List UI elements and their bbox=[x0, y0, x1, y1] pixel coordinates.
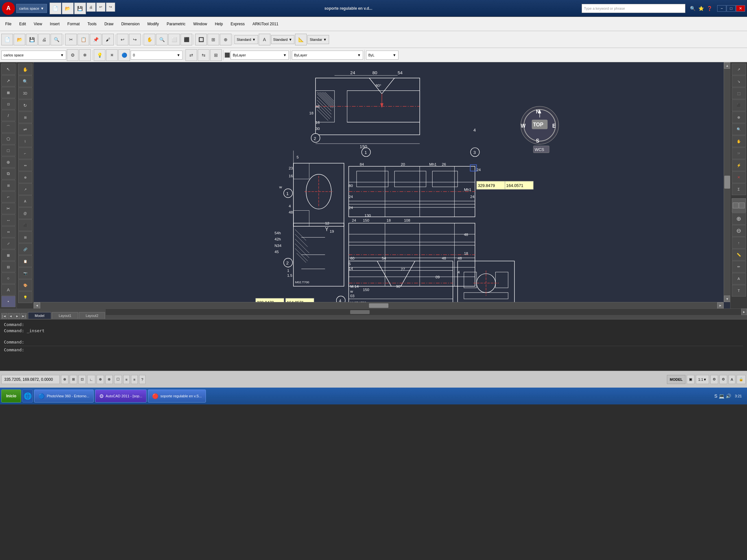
lineweight-dropdown[interactable]: ByL ▼ bbox=[366, 51, 398, 60]
command-input[interactable] bbox=[24, 347, 743, 352]
menu-window[interactable]: Window bbox=[189, 17, 211, 31]
style-dropdown2[interactable]: Standard ▼ bbox=[271, 35, 295, 44]
osnap-btn[interactable]: ⊕ bbox=[97, 375, 104, 384]
rt-view-grid[interactable] bbox=[732, 198, 746, 213]
menu-modify[interactable]: Modify bbox=[144, 17, 163, 31]
tb-copy[interactable]: 📋 bbox=[77, 34, 89, 45]
tb-transfer2[interactable]: ⇆ bbox=[198, 49, 209, 61]
color-swatch[interactable] bbox=[225, 53, 230, 58]
rt-zoom3[interactable]: 🔍 bbox=[732, 124, 746, 135]
h-scrollbar[interactable]: ◄ ► bbox=[34, 302, 724, 309]
rt-light2[interactable]: ⚡ bbox=[732, 159, 746, 171]
menu-file[interactable]: File bbox=[1, 17, 15, 31]
toolbar-redo[interactable]: ↪ bbox=[106, 3, 115, 12]
tb-save[interactable]: 💾 bbox=[26, 34, 37, 45]
rt-sum[interactable]: Σ bbox=[732, 183, 746, 195]
tool-circle[interactable]: ○ bbox=[1, 272, 16, 284]
rt-text3[interactable]: T bbox=[732, 285, 746, 296]
autocad-logo[interactable]: A bbox=[2, 2, 15, 15]
qp-btn[interactable]: ? bbox=[139, 375, 146, 384]
tool-stretch[interactable]: ⇔ bbox=[1, 226, 16, 238]
ie-icon[interactable]: 🌐 bbox=[22, 390, 33, 402]
menu-draw[interactable]: Draw bbox=[101, 17, 118, 31]
rt-text2[interactable]: A bbox=[732, 273, 746, 285]
tool-fillet[interactable]: ⌐ bbox=[1, 191, 16, 203]
scroll-thumb-h[interactable] bbox=[369, 303, 388, 308]
help-icon[interactable]: 🔍 bbox=[689, 4, 696, 12]
tab-scroll-right[interactable]: ► bbox=[741, 309, 747, 315]
tool-move[interactable]: ⊕ bbox=[1, 157, 16, 168]
tab-layout2[interactable]: Layout2 bbox=[79, 312, 105, 319]
tool-leader[interactable]: ↗ bbox=[18, 183, 32, 195]
ducs-btn[interactable]: ☐ bbox=[114, 375, 122, 384]
tray-icon-3[interactable]: 🔊 bbox=[726, 394, 731, 399]
polar-btn[interactable]: ∟ bbox=[87, 375, 95, 384]
tool-array[interactable]: ⊞ bbox=[18, 111, 32, 123]
tool-mirror2[interactable]: ⇌ bbox=[18, 124, 32, 135]
tool-offset[interactable]: ⊞ bbox=[1, 180, 16, 191]
tool-select[interactable]: ↖ bbox=[1, 63, 16, 75]
tool-properties[interactable]: 📋 bbox=[18, 256, 32, 267]
toolbar-save[interactable]: 💾 bbox=[74, 3, 86, 14]
tb-zoom[interactable]: 🔍 bbox=[156, 34, 168, 45]
rt-arrow-ne[interactable]: ↗ bbox=[732, 63, 746, 75]
tb-cut[interactable]: ✂ bbox=[65, 34, 77, 45]
tool-scale[interactable]: ⤢ bbox=[1, 238, 16, 249]
dyn-btn[interactable]: ≡ bbox=[123, 375, 130, 384]
tb-mirror[interactable]: ⊞ bbox=[210, 49, 222, 61]
tool-line[interactable]: / bbox=[1, 110, 16, 121]
rt-cursor[interactable]: ☞ bbox=[732, 148, 746, 159]
tool-rotate[interactable]: ↻ bbox=[18, 100, 32, 111]
tb-style2[interactable]: A bbox=[259, 34, 271, 45]
scroll-left[interactable]: ◄ bbox=[34, 302, 40, 309]
taskbar-photoview[interactable]: 🔵 PhotoView 360 - Entorno... bbox=[34, 390, 93, 402]
tab-scroll-thumb[interactable] bbox=[350, 310, 369, 314]
scroll-right[interactable]: ► bbox=[717, 302, 724, 309]
scroll-down[interactable]: ▼ bbox=[724, 296, 730, 302]
tool-gradient[interactable]: ▤ bbox=[1, 261, 16, 272]
tab-nav-left[interactable]: ◄ bbox=[8, 313, 14, 319]
layer-num-dropdown[interactable]: 0 ▼ bbox=[131, 51, 183, 60]
menu-tools[interactable]: Tools bbox=[84, 17, 101, 31]
workspace-dropdown[interactable]: carlos space ▼ bbox=[16, 4, 47, 13]
tool-extend[interactable]: ↔ bbox=[1, 215, 16, 226]
tool-rect[interactable]: □ bbox=[1, 145, 16, 156]
tool-erase[interactable]: ↗ bbox=[1, 75, 16, 86]
tool-xref[interactable]: 🔗 bbox=[18, 243, 32, 255]
tb-paste[interactable]: 📌 bbox=[90, 34, 102, 45]
toolbar-plot[interactable]: 🖨 bbox=[86, 3, 96, 12]
tool-hatch[interactable]: ▦ bbox=[1, 249, 16, 261]
taskbar-solidworks[interactable]: 🔴 soporte regulable en v.S... bbox=[148, 390, 206, 402]
scale-btn[interactable]: 1:1▼ bbox=[696, 375, 709, 384]
annotate-btn[interactable]: A bbox=[728, 375, 735, 384]
layer-freeze[interactable]: ❄ bbox=[79, 49, 91, 61]
tb-pan[interactable]: ✋ bbox=[144, 34, 155, 45]
tb-open[interactable]: 📂 bbox=[14, 34, 25, 45]
gear-btn[interactable]: ⚙ bbox=[711, 375, 718, 384]
tool-insert[interactable]: ⊞ bbox=[18, 231, 32, 243]
toolbar-open[interactable]: 📂 bbox=[62, 3, 74, 14]
tb-osnap[interactable]: ⊕ bbox=[220, 34, 231, 45]
rt-view3d[interactable]: ⬚ bbox=[732, 87, 746, 99]
menu-view[interactable]: View bbox=[30, 17, 46, 31]
tool-dimrad[interactable]: ⊕ bbox=[18, 171, 32, 183]
tb-undo[interactable]: ↩ bbox=[117, 34, 128, 45]
tool-pan2[interactable]: ✋ bbox=[18, 63, 32, 75]
menu-dimension[interactable]: Dimension bbox=[118, 17, 144, 31]
rt-orbit[interactable]: ⊕ bbox=[732, 111, 746, 123]
tool-point[interactable]: • bbox=[1, 296, 16, 307]
tool-3d[interactable]: 3D bbox=[18, 87, 32, 99]
start-button[interactable]: Inicio bbox=[1, 390, 21, 402]
tb-grid[interactable]: ⊞ bbox=[207, 34, 219, 45]
tool-zoom2[interactable]: 🔍 bbox=[18, 76, 32, 87]
color-dropdown[interactable]: ByLayer ▼ bbox=[231, 51, 289, 60]
tool-copy2[interactable]: ⧉ bbox=[1, 168, 16, 180]
tray-icon-1[interactable]: S bbox=[714, 394, 717, 399]
menu-help[interactable]: Help bbox=[211, 17, 227, 31]
rt-arrow-up[interactable]: ↑ bbox=[732, 237, 746, 248]
menu-express[interactable]: Express bbox=[227, 17, 248, 31]
tb-lights[interactable]: 💡 bbox=[94, 49, 105, 61]
tb-matchprop[interactable]: 🖌 bbox=[102, 34, 114, 45]
maximize-button[interactable]: □ bbox=[727, 5, 736, 12]
minimize-button[interactable]: − bbox=[717, 5, 726, 12]
